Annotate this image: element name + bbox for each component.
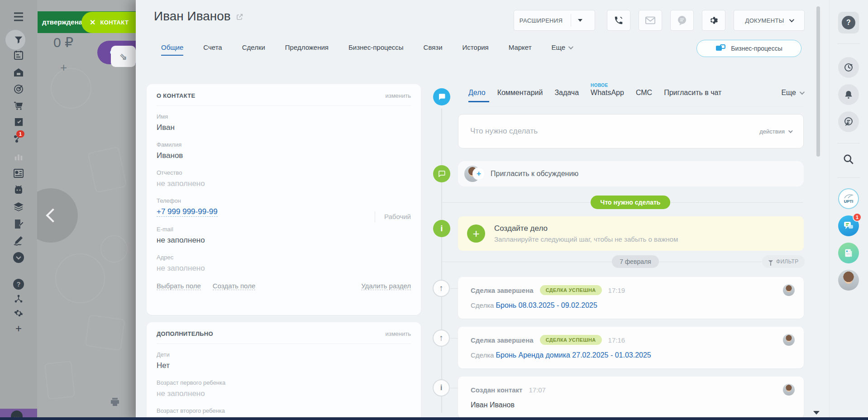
crm-target-icon[interactable] <box>0 84 37 95</box>
field-value-email[interactable]: не заполнено <box>157 236 411 245</box>
create-field-link[interactable]: Создать поле <box>213 282 255 290</box>
tab-general[interactable]: Общие <box>161 43 183 56</box>
minimize-corner-card[interactable]: ⇘ <box>111 46 136 67</box>
phone-icon <box>614 15 624 25</box>
settings-button[interactable] <box>702 10 725 31</box>
tab-quotes[interactable]: Предложения <box>285 43 329 56</box>
actions-dropdown[interactable]: действия <box>759 128 792 135</box>
extensions-label: РАСШИРЕНИЯ <box>520 17 563 24</box>
analytics-icon[interactable] <box>0 152 37 162</box>
tab-bizproc[interactable]: Бизнес-процессы <box>348 43 404 56</box>
field-label: Отчество <box>157 169 411 176</box>
edit-section-link[interactable]: изменить <box>385 92 411 99</box>
field-label: Возраст второго ребенка <box>157 407 411 414</box>
close-icon[interactable]: ✕ <box>90 19 95 26</box>
search-button[interactable] <box>838 150 859 168</box>
share-nodes-icon[interactable] <box>0 294 37 303</box>
info-icon: i <box>433 220 450 237</box>
call-button[interactable] <box>607 10 630 31</box>
tab-comment[interactable]: Комментарий <box>497 89 543 102</box>
phone-link[interactable]: +7 999 999-99-99 <box>157 207 218 217</box>
deal-link[interactable]: Бронь 08.03.2025 - 09.02.2025 <box>496 301 597 309</box>
printer-icon[interactable] <box>110 396 120 409</box>
select-field-link[interactable]: Выбрать поле <box>157 282 201 290</box>
chevron-down-icon <box>788 129 793 133</box>
add-menu-item-icon[interactable]: + <box>0 322 37 335</box>
tab-activity[interactable]: Дело <box>468 89 486 102</box>
slider-tab-label: КОНТАКТ <box>100 19 129 26</box>
invite-label: Пригласить к обсуждению <box>491 170 578 178</box>
field-label: E-mail <box>157 226 411 233</box>
email-button[interactable] <box>639 10 662 31</box>
tab-sms[interactable]: СМС <box>636 89 652 102</box>
timeline-rail <box>441 109 442 413</box>
field-value-children[interactable]: Нет <box>157 361 411 370</box>
upti-app-button[interactable]: UPTI <box>838 188 859 209</box>
shop-cart-icon[interactable] <box>0 100 37 111</box>
documents-button[interactable]: ДОКУМЕНТЫ <box>734 10 805 31</box>
field-value-name[interactable]: Иван <box>157 123 411 132</box>
scroll-down-arrow[interactable] <box>813 411 820 415</box>
tab-deals[interactable]: Сделки <box>242 43 265 56</box>
tab-invoices[interactable]: Счета <box>203 43 222 56</box>
field-value-address[interactable]: не заполнено <box>157 264 411 273</box>
news-button[interactable] <box>838 243 859 263</box>
extensions-button[interactable]: РАСШИРЕНИЯ <box>514 10 595 31</box>
stack-icon[interactable] <box>0 201 37 212</box>
chat-button[interactable] <box>670 10 694 31</box>
filter-button[interactable]: ФИЛЬТР <box>762 255 805 268</box>
field-value-child1-age[interactable]: не заполнено <box>157 389 411 398</box>
plus-icon[interactable]: + <box>467 224 485 243</box>
todo-input[interactable] <box>470 127 759 136</box>
tab-history[interactable]: История <box>463 43 489 56</box>
tab-invite-chat[interactable]: Пригласить в чат <box>664 89 721 102</box>
deal-link[interactable]: Бронь Аренда домика 27.02.2025 - 01.03.2… <box>496 351 651 359</box>
tab-more[interactable]: Еще <box>552 43 572 51</box>
chevron-down-circle-icon[interactable] <box>0 252 37 263</box>
page-title: Иван Иванов <box>154 9 243 24</box>
notifications-button[interactable] <box>838 84 859 105</box>
help-button[interactable]: ? <box>838 12 859 33</box>
entry-prefix: Сделка <box>471 301 494 309</box>
slider-contact-tab[interactable]: ✕ КОНТАКТ <box>81 12 136 33</box>
settings-gear-icon[interactable] <box>0 308 37 318</box>
copy-link-icon[interactable] <box>236 9 243 24</box>
delete-section-link[interactable]: Удалить раздел <box>361 282 411 290</box>
scrollbar-thumb[interactable] <box>816 6 820 157</box>
create-activity-hint[interactable]: + Создайте дело Запланируйте следующий ш… <box>458 216 804 251</box>
invite-discussion-row[interactable]: + Пригласить к обсуждению <box>458 161 804 186</box>
document-edit-icon[interactable] <box>0 219 37 229</box>
warehouse-icon[interactable] <box>0 67 37 78</box>
business-process-button[interactable]: Бизнес-процессы <box>696 40 801 57</box>
tab-whatsapp[interactable]: НОВОЕ WhatsApp <box>591 89 624 102</box>
contact-card-icon[interactable] <box>0 168 37 178</box>
menu-icon[interactable] <box>0 12 37 22</box>
taskbar-strip: … <box>0 409 37 418</box>
feed-button[interactable] <box>838 111 859 132</box>
timeline-tab-more[interactable]: Еще <box>781 89 803 102</box>
todo-pill-button[interactable]: Что нужно сделать <box>591 196 670 209</box>
kanban-add-button[interactable]: + <box>60 61 67 75</box>
add-user-icon[interactable]: + <box>473 168 484 179</box>
question-icon: ? <box>846 19 851 27</box>
edit-section-link[interactable]: изменить <box>385 330 411 337</box>
field-label: Телефон <box>157 197 411 204</box>
history-button[interactable] <box>838 57 859 78</box>
field-value-lastname[interactable]: Иванов <box>157 151 411 160</box>
planner-icon[interactable] <box>0 50 37 61</box>
bot-icon[interactable] <box>0 185 37 195</box>
profile-avatar[interactable] <box>838 270 859 291</box>
tab-relations[interactable]: Связи <box>424 43 443 56</box>
help-circle-icon[interactable]: ? <box>0 278 37 290</box>
date-pill: 7 февраля <box>612 255 659 268</box>
tab-task[interactable]: Задача <box>554 89 579 102</box>
caret-down-icon[interactable] <box>578 19 582 22</box>
section-title: ДОПОЛНИТЕЛЬНО <box>157 330 213 337</box>
field-value-middlename[interactable]: не заполнено <box>157 179 411 188</box>
tasks-check-icon[interactable] <box>0 117 37 127</box>
signature-pen-icon[interactable] <box>0 235 37 246</box>
app-window: дтверждена ( ✕ КОНТАКТ 0 ₽ СД ⇘ + <box>0 0 868 420</box>
tab-market[interactable]: Маркет <box>509 43 532 56</box>
chat-bubble-icon <box>677 15 687 26</box>
filter-funnel-icon[interactable] <box>0 35 37 45</box>
